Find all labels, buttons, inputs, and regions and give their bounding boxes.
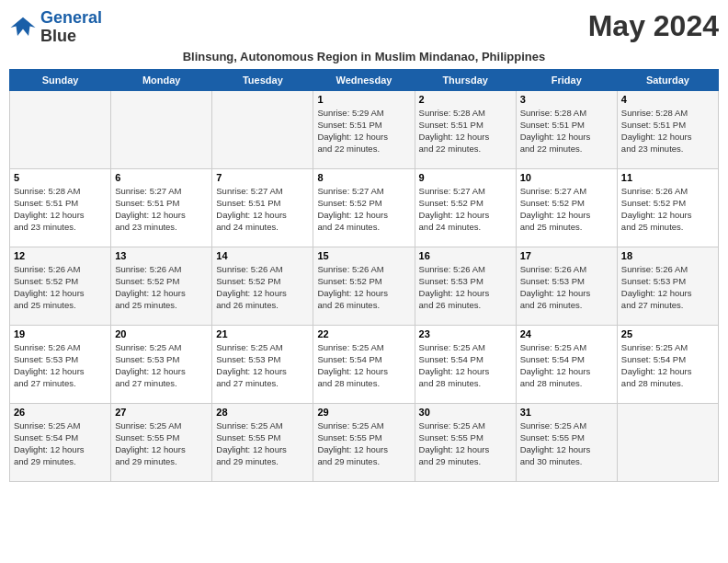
day-number: 1: [317, 94, 410, 105]
calendar-cell: 9Sunrise: 5:27 AMSunset: 5:52 PMDaylight…: [415, 168, 516, 247]
calendar-cell: [10, 90, 111, 168]
day-number: 23: [419, 328, 512, 339]
day-number: 29: [317, 407, 410, 418]
calendar-cell: [617, 403, 718, 481]
calendar-cell: 12Sunrise: 5:26 AMSunset: 5:52 PMDayligh…: [10, 247, 111, 325]
day-number: 30: [419, 407, 512, 418]
calendar-cell: 13Sunrise: 5:26 AMSunset: 5:52 PMDayligh…: [111, 247, 212, 325]
calendar-subtitle: Blinsung, Autonomous Region in Muslim Mi…: [9, 50, 719, 63]
calendar-cell: 28Sunrise: 5:25 AMSunset: 5:55 PMDayligh…: [212, 403, 313, 481]
day-number: 5: [14, 172, 107, 183]
logo-general: General: [40, 8, 102, 27]
day-number: 2: [419, 94, 512, 105]
day-info: Sunrise: 5:26 AMSunset: 5:52 PMDaylight:…: [216, 263, 309, 312]
day-info: Sunrise: 5:26 AMSunset: 5:53 PMDaylight:…: [419, 263, 512, 312]
day-number: 7: [216, 172, 309, 183]
page-header: General Blue May 2024: [9, 9, 719, 46]
calendar-cell: 14Sunrise: 5:26 AMSunset: 5:52 PMDayligh…: [212, 247, 313, 325]
day-info: Sunrise: 5:26 AMSunset: 5:52 PMDaylight:…: [317, 263, 410, 312]
day-number: 4: [621, 94, 714, 105]
logo-blue: Blue: [40, 28, 102, 46]
day-info: Sunrise: 5:25 AMSunset: 5:55 PMDaylight:…: [115, 419, 208, 468]
day-number: 14: [216, 250, 309, 261]
calendar-cell: 21Sunrise: 5:25 AMSunset: 5:53 PMDayligh…: [212, 325, 313, 403]
calendar-week-1: 1Sunrise: 5:29 AMSunset: 5:51 PMDaylight…: [10, 90, 719, 168]
calendar-cell: 2Sunrise: 5:28 AMSunset: 5:51 PMDaylight…: [415, 90, 516, 168]
day-info: Sunrise: 5:27 AMSunset: 5:52 PMDaylight:…: [419, 185, 512, 234]
day-number: 21: [216, 328, 309, 339]
day-info: Sunrise: 5:27 AMSunset: 5:51 PMDaylight:…: [216, 185, 309, 234]
day-number: 28: [216, 407, 309, 418]
day-number: 17: [520, 250, 613, 261]
logo-text: General Blue: [40, 9, 102, 46]
day-info: Sunrise: 5:25 AMSunset: 5:54 PMDaylight:…: [14, 419, 107, 468]
day-info: Sunrise: 5:25 AMSunset: 5:54 PMDaylight:…: [419, 341, 512, 390]
day-info: Sunrise: 5:25 AMSunset: 5:55 PMDaylight:…: [216, 419, 309, 468]
header-monday: Monday: [111, 69, 212, 90]
day-info: Sunrise: 5:25 AMSunset: 5:55 PMDaylight:…: [520, 419, 613, 468]
calendar-cell: 27Sunrise: 5:25 AMSunset: 5:55 PMDayligh…: [111, 403, 212, 481]
calendar-table: SundayMondayTuesdayWednesdayThursdayFrid…: [9, 69, 719, 482]
header-friday: Friday: [516, 69, 617, 90]
day-number: 11: [621, 172, 714, 183]
day-number: 18: [621, 250, 714, 261]
day-info: Sunrise: 5:25 AMSunset: 5:55 PMDaylight:…: [317, 419, 410, 468]
calendar-cell: [111, 90, 212, 168]
svg-marker-0: [11, 17, 36, 36]
day-number: 26: [14, 407, 107, 418]
calendar-cell: 26Sunrise: 5:25 AMSunset: 5:54 PMDayligh…: [10, 403, 111, 481]
day-info: Sunrise: 5:28 AMSunset: 5:51 PMDaylight:…: [14, 185, 107, 234]
day-info: Sunrise: 5:26 AMSunset: 5:53 PMDaylight:…: [621, 263, 714, 312]
calendar-cell: 24Sunrise: 5:25 AMSunset: 5:54 PMDayligh…: [516, 325, 617, 403]
calendar-cell: 6Sunrise: 5:27 AMSunset: 5:51 PMDaylight…: [111, 168, 212, 247]
day-info: Sunrise: 5:26 AMSunset: 5:53 PMDaylight:…: [520, 263, 613, 312]
logo-icon: [9, 14, 37, 41]
calendar-cell: 4Sunrise: 5:28 AMSunset: 5:51 PMDaylight…: [617, 90, 718, 168]
day-info: Sunrise: 5:28 AMSunset: 5:51 PMDaylight:…: [621, 107, 714, 155]
calendar-cell: 18Sunrise: 5:26 AMSunset: 5:53 PMDayligh…: [617, 247, 718, 325]
calendar-cell: 20Sunrise: 5:25 AMSunset: 5:53 PMDayligh…: [111, 325, 212, 403]
day-info: Sunrise: 5:27 AMSunset: 5:51 PMDaylight:…: [115, 185, 208, 234]
calendar-cell: 5Sunrise: 5:28 AMSunset: 5:51 PMDaylight…: [10, 168, 111, 247]
day-number: 9: [419, 172, 512, 183]
day-info: Sunrise: 5:27 AMSunset: 5:52 PMDaylight:…: [520, 185, 613, 234]
calendar-cell: 15Sunrise: 5:26 AMSunset: 5:52 PMDayligh…: [313, 247, 415, 325]
day-number: 3: [520, 94, 613, 105]
day-info: Sunrise: 5:28 AMSunset: 5:51 PMDaylight:…: [419, 107, 512, 155]
header-tuesday: Tuesday: [212, 69, 313, 90]
day-info: Sunrise: 5:25 AMSunset: 5:54 PMDaylight:…: [317, 341, 410, 390]
day-info: Sunrise: 5:26 AMSunset: 5:52 PMDaylight:…: [14, 263, 107, 312]
day-number: 24: [520, 328, 613, 339]
month-title: May 2024: [588, 9, 719, 43]
day-info: Sunrise: 5:26 AMSunset: 5:53 PMDaylight:…: [14, 341, 107, 390]
day-number: 20: [115, 328, 208, 339]
day-info: Sunrise: 5:26 AMSunset: 5:52 PMDaylight:…: [115, 263, 208, 312]
header-sunday: Sunday: [10, 69, 111, 90]
day-number: 12: [14, 250, 107, 261]
day-info: Sunrise: 5:25 AMSunset: 5:54 PMDaylight:…: [621, 341, 714, 390]
calendar-cell: 31Sunrise: 5:25 AMSunset: 5:55 PMDayligh…: [516, 403, 617, 481]
day-info: Sunrise: 5:25 AMSunset: 5:53 PMDaylight:…: [115, 341, 208, 390]
day-info: Sunrise: 5:27 AMSunset: 5:52 PMDaylight:…: [317, 185, 410, 234]
calendar-cell: 29Sunrise: 5:25 AMSunset: 5:55 PMDayligh…: [313, 403, 415, 481]
day-number: 31: [520, 407, 613, 418]
calendar-cell: 25Sunrise: 5:25 AMSunset: 5:54 PMDayligh…: [617, 325, 718, 403]
day-number: 8: [317, 172, 410, 183]
day-info: Sunrise: 5:29 AMSunset: 5:51 PMDaylight:…: [317, 107, 410, 155]
calendar-cell: 7Sunrise: 5:27 AMSunset: 5:51 PMDaylight…: [212, 168, 313, 247]
calendar-cell: 11Sunrise: 5:26 AMSunset: 5:52 PMDayligh…: [617, 168, 718, 247]
calendar-week-5: 26Sunrise: 5:25 AMSunset: 5:54 PMDayligh…: [10, 403, 719, 481]
calendar-cell: 22Sunrise: 5:25 AMSunset: 5:54 PMDayligh…: [313, 325, 415, 403]
calendar-week-2: 5Sunrise: 5:28 AMSunset: 5:51 PMDaylight…: [10, 168, 719, 247]
day-number: 6: [115, 172, 208, 183]
day-number: 10: [520, 172, 613, 183]
day-info: Sunrise: 5:28 AMSunset: 5:51 PMDaylight:…: [520, 107, 613, 155]
header-saturday: Saturday: [617, 69, 718, 90]
calendar-cell: [212, 90, 313, 168]
calendar-cell: 8Sunrise: 5:27 AMSunset: 5:52 PMDaylight…: [313, 168, 415, 247]
day-number: 27: [115, 407, 208, 418]
calendar-cell: 17Sunrise: 5:26 AMSunset: 5:53 PMDayligh…: [516, 247, 617, 325]
calendar-week-4: 19Sunrise: 5:26 AMSunset: 5:53 PMDayligh…: [10, 325, 719, 403]
calendar-cell: 19Sunrise: 5:26 AMSunset: 5:53 PMDayligh…: [10, 325, 111, 403]
calendar-cell: 23Sunrise: 5:25 AMSunset: 5:54 PMDayligh…: [415, 325, 516, 403]
